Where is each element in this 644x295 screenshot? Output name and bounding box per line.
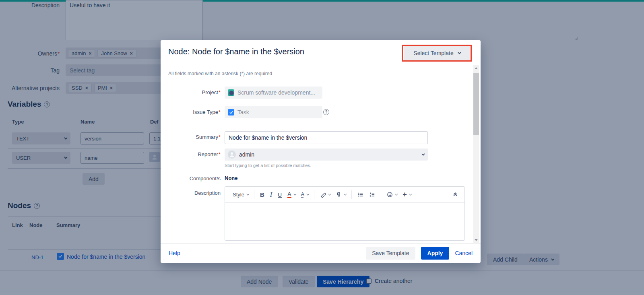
chevron-down-icon: [421, 152, 425, 155]
text-color-dropdown[interactable]: A: [287, 191, 295, 198]
scroll-up-arrow[interactable]: [475, 67, 478, 69]
issue-type-field: Task: [225, 106, 322, 118]
required-asterisk: *: [219, 109, 221, 115]
required-asterisk: *: [219, 151, 221, 157]
task-type-icon: [228, 109, 234, 116]
numbered-list-icon: [369, 192, 375, 198]
bullet-list-button[interactable]: [357, 192, 363, 198]
summary-value: Node for $name in the $version: [229, 134, 307, 141]
dialog-title: Node: Node for $name in the $version: [168, 47, 304, 56]
editor-toolbar: Style B I U A A: [225, 187, 464, 203]
user-avatar-icon: [228, 151, 236, 159]
reporter-select[interactable]: admin: [225, 149, 428, 161]
issue-type-label: Issue Type*: [164, 109, 221, 115]
description-label: Description: [164, 190, 221, 196]
underline-button[interactable]: U: [278, 192, 282, 198]
reporter-label: Reporter*: [164, 151, 221, 157]
reporter-value: admin: [239, 151, 254, 158]
help-icon[interactable]: ?: [323, 109, 329, 115]
help-link[interactable]: Help: [169, 250, 180, 256]
toolbar-separator: [314, 190, 314, 199]
reporter-helper-text: Start typing to get a list of possible m…: [225, 163, 311, 168]
required-asterisk: *: [219, 134, 221, 140]
italic-button[interactable]: I: [270, 191, 272, 198]
components-value: None: [225, 175, 238, 181]
description-editor: Style B I U A A: [225, 186, 465, 241]
project-avatar-icon: [228, 89, 234, 96]
components-label: Component/s: [164, 175, 221, 182]
bullet-list-icon: [357, 192, 363, 198]
collapse-toolbar-icon[interactable]: [452, 191, 458, 198]
apply-button[interactable]: Apply: [421, 247, 450, 260]
link-dropdown[interactable]: [320, 192, 330, 198]
scrollbar-thumb[interactable]: [473, 73, 479, 135]
required-asterisk: *: [219, 89, 221, 95]
editor-content-area[interactable]: [225, 203, 464, 241]
project-value: Scrum software development...: [237, 89, 315, 96]
toolbar-separator: [254, 190, 254, 199]
style-dropdown[interactable]: Style: [233, 192, 248, 198]
cancel-link[interactable]: Cancel: [455, 250, 473, 256]
emoji-icon: [387, 192, 393, 198]
project-label: Project*: [164, 89, 221, 95]
annotation-highlight-box: [402, 45, 472, 62]
link-icon: [320, 192, 326, 198]
save-template-button[interactable]: Save Template: [366, 247, 415, 260]
summary-label: Summary*: [164, 134, 221, 140]
bold-button[interactable]: B: [260, 191, 264, 198]
section-divider: [165, 127, 465, 127]
formatting-dropdown[interactable]: A: [301, 192, 309, 198]
attachment-dropdown[interactable]: [336, 192, 346, 198]
issue-type-value: Task: [237, 109, 249, 116]
paperclip-icon: [336, 192, 342, 198]
dialog-footer: Help Save Template Apply Cancel: [161, 243, 481, 263]
toolbar-separator: [351, 190, 352, 199]
required-fields-note: All fields marked with an asterisk (*) a…: [168, 71, 272, 76]
insert-more-dropdown[interactable]: +: [402, 190, 411, 199]
scroll-down-arrow[interactable]: [475, 239, 478, 241]
toolbar-separator: [381, 190, 381, 199]
summary-input[interactable]: Node for $name in the $version: [225, 131, 428, 144]
emoji-dropdown[interactable]: [387, 192, 397, 198]
modal-scrollbar[interactable]: [473, 65, 479, 243]
header-divider: [161, 65, 481, 65]
numbered-list-button[interactable]: [369, 192, 375, 198]
node-edit-dialog: Node: Node for $name in the $version Sel…: [161, 40, 481, 263]
project-field: Scrum software development...: [225, 87, 322, 99]
